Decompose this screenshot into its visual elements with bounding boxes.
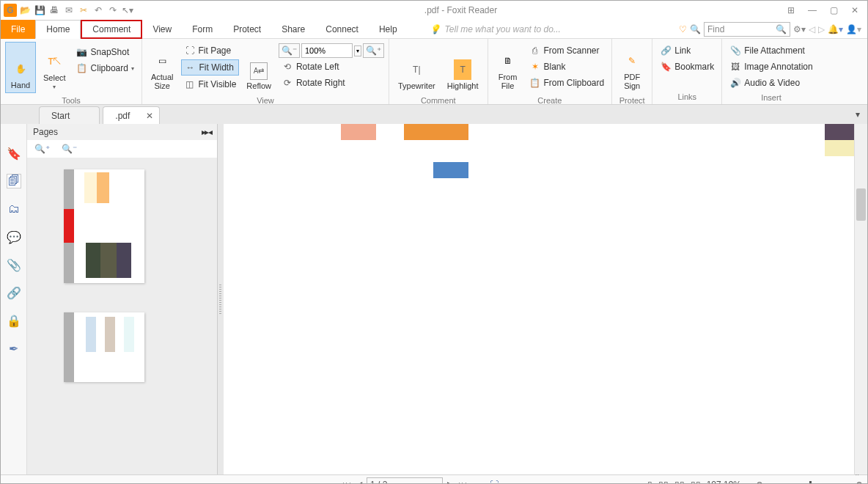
undo-icon[interactable]: ↶ [92, 4, 105, 17]
link-button[interactable]: 🔗Link [657, 43, 717, 58]
actual-size-button[interactable]: ▭ Actual Size [147, 42, 178, 93]
reflow-button[interactable]: A⇄ Reflow [242, 42, 276, 93]
find-input[interactable]: Find 🔍 [704, 22, 790, 37]
vertical-scrollbar[interactable] [854, 124, 867, 474]
next-page-icon[interactable]: ▶ [447, 480, 454, 485]
email-icon[interactable]: ✉ [62, 4, 76, 17]
fit-visible-icon: ◫ [184, 78, 196, 90]
close-icon[interactable]: ✕ [851, 5, 858, 15]
tab-overflow-icon[interactable]: ▾ [856, 109, 860, 120]
panel-collapse-icon[interactable]: ▸▸ ◂ [202, 127, 211, 137]
cursor-mode-icon[interactable]: ↖▾ [121, 4, 134, 17]
tab-document[interactable]: .pdf ✕ [103, 106, 160, 124]
print-icon[interactable]: 🖶 [48, 4, 61, 17]
maximize-icon[interactable]: ▢ [830, 5, 838, 15]
tab-view[interactable]: View [142, 20, 182, 39]
tell-me-search[interactable]: 💡 Tell me what you want to do... [408, 24, 679, 34]
save-icon[interactable]: 💾 [33, 4, 46, 17]
snapshot-button[interactable]: 📷SnapShot [73, 45, 137, 59]
document-view[interactable] [224, 124, 854, 474]
ribbon-toggle-icon[interactable]: ⊞ [787, 5, 795, 15]
view-continuous-facing-icon[interactable]: ▯▯ [691, 480, 701, 485]
last-page-icon[interactable]: ⏭ [458, 480, 467, 485]
clipboard-button[interactable]: 📋Clipboard▾ [73, 61, 137, 76]
search-toggle-icon[interactable]: 🔍 [690, 24, 701, 34]
from-scanner-button[interactable]: ⎙From Scanner [526, 43, 608, 58]
zoom-out-icon[interactable]: 🔍⁻ [279, 43, 300, 58]
nav-prev-icon[interactable]: ◁ [809, 24, 815, 34]
zoom-input[interactable] [301, 43, 353, 58]
bookmark-button[interactable]: 🔖Bookmark [657, 59, 717, 74]
tab-close-icon[interactable]: ✕ [146, 111, 153, 121]
first-page-icon[interactable]: ⏮ [342, 480, 351, 485]
page-thumbnails[interactable] [27, 158, 217, 474]
zoom-control[interactable]: 🔍⁻ ▾ 🔍⁺ [279, 43, 384, 58]
minimize-icon[interactable]: — [808, 5, 817, 15]
zoom-dropdown-icon[interactable]: ▾ [354, 45, 361, 56]
app-logo-icon[interactable]: G [4, 4, 17, 17]
zoom-percent-dropdown-icon[interactable]: ▾ [747, 481, 750, 484]
signatures-rail-icon[interactable]: ✒ [7, 341, 21, 356]
layers-rail-icon[interactable]: 🗂 [7, 202, 21, 216]
zoom-in-icon[interactable]: 🔍⁺ [363, 43, 384, 58]
scrollbar-thumb[interactable] [856, 188, 866, 221]
open-icon[interactable]: 📂 [18, 4, 32, 17]
user-profile-icon[interactable]: 👤▾ [846, 24, 861, 34]
thumb-zoom-out-icon[interactable]: 🔍⁻ [62, 144, 77, 154]
typewriter-button[interactable]: T| Typewriter [394, 42, 440, 93]
from-file-button[interactable]: 🗎 From File [493, 42, 523, 93]
page-thumbnail-1[interactable] [64, 169, 144, 283]
pages-rail-icon[interactable]: 🗐 [7, 174, 21, 188]
nav-next-icon[interactable]: ▷ [818, 24, 825, 34]
tab-protect[interactable]: Protect [223, 20, 271, 39]
thumb-zoom-in-icon[interactable]: 🔍⁺ [34, 144, 50, 154]
zoom-slider-knob[interactable] [809, 481, 812, 485]
heart-icon[interactable]: ♡ [679, 24, 687, 34]
view-continuous-icon[interactable]: ▯▯ [658, 480, 669, 485]
reading-mode-icon[interactable]: ▭ [477, 480, 485, 485]
blank-button[interactable]: ✶Blank [526, 59, 608, 74]
highlight-button[interactable]: T Highlight [443, 42, 483, 93]
page-number-input[interactable]: 1 / 2▾ [367, 477, 443, 484]
tab-comment[interactable]: Comment [81, 20, 142, 39]
tab-form[interactable]: Form [182, 20, 223, 39]
attachments-rail-icon[interactable]: 📎 [7, 257, 21, 272]
page-thumbnail-2[interactable] [64, 312, 144, 382]
tab-connect[interactable]: Connect [315, 20, 369, 39]
tab-share[interactable]: Share [271, 20, 315, 39]
notification-bell-icon[interactable]: 🔔▾ [828, 24, 843, 34]
image-annotation-button[interactable]: 🖼Image Annotation [727, 59, 815, 74]
settings-icon[interactable]: ⚙▾ [793, 24, 806, 34]
hand-tool-button[interactable]: ✋ Hand [5, 42, 36, 93]
panel-splitter[interactable] [218, 124, 224, 474]
fit-page-button[interactable]: ⛶Fit Page [181, 43, 240, 58]
full-screen-icon[interactable]: ⛶ [490, 480, 499, 485]
bookmarks-rail-icon[interactable]: 🔖 [7, 146, 21, 161]
pages-panel-header: Pages ▸▸ ◂ [27, 124, 217, 140]
tab-help[interactable]: Help [369, 20, 408, 39]
snapshot-qat-icon[interactable]: ✂ [77, 4, 90, 17]
rotate-left-button[interactable]: ⟲Rotate Left [279, 59, 384, 74]
from-clipboard-button[interactable]: 📋From Clipboard [526, 76, 608, 90]
page-dropdown-icon[interactable]: ▾ [436, 481, 439, 484]
fit-width-button[interactable]: ↔Fit Width [181, 59, 240, 76]
pdf-sign-button[interactable]: ✎ PDF Sign [617, 42, 647, 93]
view-facing-icon[interactable]: ▯▯ [674, 480, 685, 485]
connected-rail-icon[interactable]: 🔗 [7, 285, 21, 300]
search-icon[interactable]: 🔍 [776, 24, 787, 34]
tab-file[interactable]: File [1, 20, 35, 39]
fit-visible-button[interactable]: ◫Fit Visible [181, 77, 240, 92]
tab-start[interactable]: Start [39, 106, 100, 124]
redo-icon[interactable]: ↷ [106, 4, 119, 17]
zoom-out-button[interactable]: ⊖ [756, 480, 763, 485]
comments-rail-icon[interactable]: 💬 [7, 230, 21, 244]
view-single-icon[interactable]: ▯ [647, 480, 652, 485]
audio-video-button[interactable]: 🔊Audio & Video [727, 76, 815, 90]
tab-home[interactable]: Home [35, 20, 81, 39]
group-comment: T| Typewriter T Highlight Comment [389, 39, 488, 104]
select-tool-button[interactable]: Ꭲ↖ Select ▾ [39, 42, 70, 93]
file-attachment-button[interactable]: 📎File Attachment [727, 43, 815, 58]
rotate-right-button[interactable]: ⟳Rotate Right [279, 76, 384, 90]
prev-page-icon[interactable]: ◀ [356, 480, 362, 485]
security-rail-icon[interactable]: 🔒 [7, 313, 21, 328]
